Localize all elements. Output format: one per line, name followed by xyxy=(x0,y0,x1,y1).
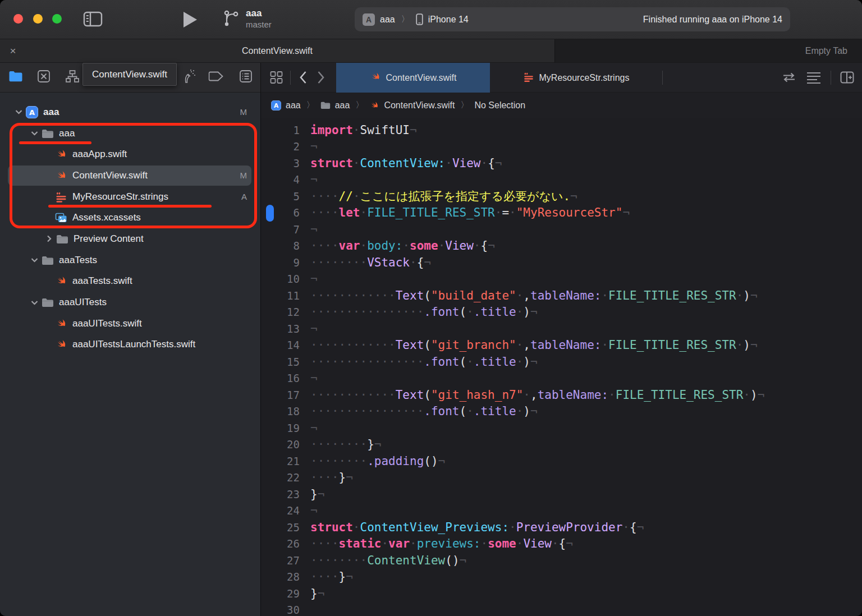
code-text: }¬ xyxy=(310,587,324,600)
add-editor-icon[interactable] xyxy=(840,71,854,84)
breadcrumb-label: No Selection xyxy=(474,100,525,111)
tree-row-myresourcestr-strings[interactable]: MyResourceStr.stringsA xyxy=(0,186,260,208)
folder-icon xyxy=(56,233,68,245)
code-line[interactable]: 8····var·body:·some·View·{¬ xyxy=(261,238,862,255)
tree-row-label: Preview Content xyxy=(74,233,144,245)
editor-tab-label: ContentView.swift xyxy=(386,73,457,83)
strings-icon xyxy=(55,191,67,203)
adjust-editor-options-icon[interactable] xyxy=(806,71,821,84)
code-line[interactable]: 24¬ xyxy=(261,503,862,520)
editor-tab-contentview[interactable]: ContentView.swift xyxy=(336,63,490,93)
code-line[interactable]: 20········}¬ xyxy=(261,436,862,453)
swift-icon xyxy=(55,148,67,160)
tree-row-aaatests-swift[interactable]: aaaTests.swift xyxy=(0,271,260,292)
destination-separator: 〉 xyxy=(400,14,411,25)
symbols-navigator-icon[interactable] xyxy=(66,70,80,85)
chevron-down-icon[interactable] xyxy=(27,258,42,263)
tree-row-aaauitests-swift[interactable]: aaaUITests.swift xyxy=(0,313,260,334)
run-button[interactable] xyxy=(184,12,197,27)
run-target-name: aaa xyxy=(380,15,395,25)
toggle-sidebar-icon[interactable] xyxy=(83,11,103,27)
code-line[interactable]: 23}¬ xyxy=(261,486,862,503)
tree-row-preview-content[interactable]: Preview Content xyxy=(0,228,260,250)
svg-text:A: A xyxy=(274,102,279,109)
code-line[interactable]: 13¬ xyxy=(261,320,862,337)
tree-row-aaatests[interactable]: aaaTests xyxy=(0,250,260,271)
breakpoints-navigator-icon[interactable] xyxy=(209,71,224,84)
code-review-icon[interactable] xyxy=(782,72,796,83)
code-line[interactable]: 25struct·ContentView_Previews:·PreviewPr… xyxy=(261,519,862,536)
code-line[interactable]: 11············Text("build_date"·,tableNa… xyxy=(261,287,862,304)
window-tab-active[interactable]: × ContentView.swift xyxy=(0,39,554,63)
code-line[interactable]: 16¬ xyxy=(261,370,862,387)
code-line[interactable]: 2¬ xyxy=(261,139,862,155)
source-control-status-badge: M xyxy=(240,171,247,180)
code-line[interactable]: 19¬ xyxy=(261,420,862,436)
tree-row-contentview-swift[interactable]: ContentView.swiftM xyxy=(0,165,260,186)
code-line[interactable]: 5····//·ここには拡張子を指定する必要がない.¬ xyxy=(261,188,862,205)
tree-row-aaauitestslaunchtests-swift[interactable]: aaaUITestsLaunchTests.swift xyxy=(0,334,260,356)
code-text: ············Text("git_branch"·,tableName… xyxy=(310,338,758,352)
code-line[interactable]: 1import·SwiftUI¬ xyxy=(261,122,862,139)
editor-tab-myresourcestr[interactable]: MyResourceStr.strings xyxy=(490,63,662,93)
breadcrumb-item[interactable]: Aaaa xyxy=(271,100,301,111)
debug-navigator-icon[interactable] xyxy=(182,69,196,86)
chevron-down-icon[interactable] xyxy=(27,131,42,136)
line-number: 13 xyxy=(261,323,300,335)
go-forward-icon[interactable] xyxy=(317,71,325,84)
source-control-status-badge: M xyxy=(240,107,247,117)
chevron-down-icon[interactable] xyxy=(27,300,42,305)
related-items-icon[interactable] xyxy=(270,71,283,84)
code-line[interactable]: 18················.font(·.title·)¬ xyxy=(261,403,862,420)
run-destination[interactable]: A aaa 〉 iPhone 14 xyxy=(363,13,469,26)
tree-row-aaa[interactable]: AaaaM xyxy=(0,102,260,123)
zoom-window-button[interactable] xyxy=(52,14,62,24)
tree-row-aaauitests[interactable]: aaaUITests xyxy=(0,292,260,313)
tree-row-aaaapp-swift[interactable]: aaaApp.swift xyxy=(0,144,260,165)
code-line[interactable]: 4¬ xyxy=(261,172,862,189)
breadcrumb-item[interactable]: No Selection xyxy=(474,100,525,111)
code-line[interactable]: 3struct·ContentView:·View·{¬ xyxy=(261,155,862,172)
breadcrumb-item[interactable]: ContentView.swift xyxy=(369,100,455,111)
code-line[interactable]: 26····static·var·previews:·some·View·{¬ xyxy=(261,536,862,553)
source-change-bar[interactable] xyxy=(266,205,274,222)
iphone-icon xyxy=(416,13,423,25)
code-line[interactable]: 30 xyxy=(261,602,862,616)
tree-row-label: aaa xyxy=(59,128,75,139)
go-back-icon[interactable] xyxy=(299,71,307,84)
tree-row-label: aaaApp.swift xyxy=(72,149,127,160)
code-line[interactable]: 28····}¬ xyxy=(261,569,862,586)
breadcrumb-item[interactable]: aaa xyxy=(320,100,350,111)
chevron-right-icon[interactable] xyxy=(42,235,56,242)
code-line[interactable]: 6····let·FILE_TITLE_RES_STR·=·"MyResourc… xyxy=(261,205,862,222)
code-line[interactable]: 27········ContentView()¬ xyxy=(261,552,862,569)
code-line[interactable]: 15················.font(·.title·)¬ xyxy=(261,353,862,370)
code-line[interactable]: 10¬ xyxy=(261,271,862,288)
toolbar: aaa master A aaa 〉 iPhone 14 Finished ru… xyxy=(0,0,862,39)
chevron-down-icon[interactable] xyxy=(11,109,26,114)
window-tab-empty[interactable]: Empty Tab xyxy=(554,39,862,63)
tree-row-aaa[interactable]: aaa xyxy=(0,123,260,144)
code-line[interactable]: 14············Text("git_branch"·,tableNa… xyxy=(261,337,862,354)
code-line[interactable]: 21········.padding()¬ xyxy=(261,453,862,470)
minimize-window-button[interactable] xyxy=(33,14,43,24)
source-control-navigator-icon[interactable] xyxy=(38,70,51,85)
folder-icon xyxy=(42,254,54,266)
code-line[interactable]: 7¬ xyxy=(261,221,862,238)
code-line[interactable]: 22····}¬ xyxy=(261,470,862,486)
code-text: ················.font(·.title·)¬ xyxy=(310,305,538,319)
reports-navigator-icon[interactable] xyxy=(240,70,253,85)
scheme-selector[interactable]: aaa master xyxy=(223,7,272,30)
app-icon: A xyxy=(271,100,281,111)
code-line[interactable]: 9········VStack·{¬ xyxy=(261,254,862,271)
close-window-button[interactable] xyxy=(13,14,23,24)
tree-row-assets-xcassets[interactable]: Assets.xcassets xyxy=(0,207,260,228)
line-number: 11 xyxy=(261,289,300,302)
project-navigator-icon[interactable] xyxy=(9,71,23,84)
code-line[interactable]: 29}¬ xyxy=(261,585,862,602)
code-line[interactable]: 12················.font(·.title·)¬ xyxy=(261,304,862,321)
source-editor[interactable]: 1import·SwiftUI¬2¬3struct·ContentView:·V… xyxy=(261,118,862,616)
code-line[interactable]: 17············Text("git_hash_n7"·,tableN… xyxy=(261,387,862,403)
line-number: 30 xyxy=(261,604,300,616)
scheme-project-name: aaa xyxy=(246,7,272,19)
